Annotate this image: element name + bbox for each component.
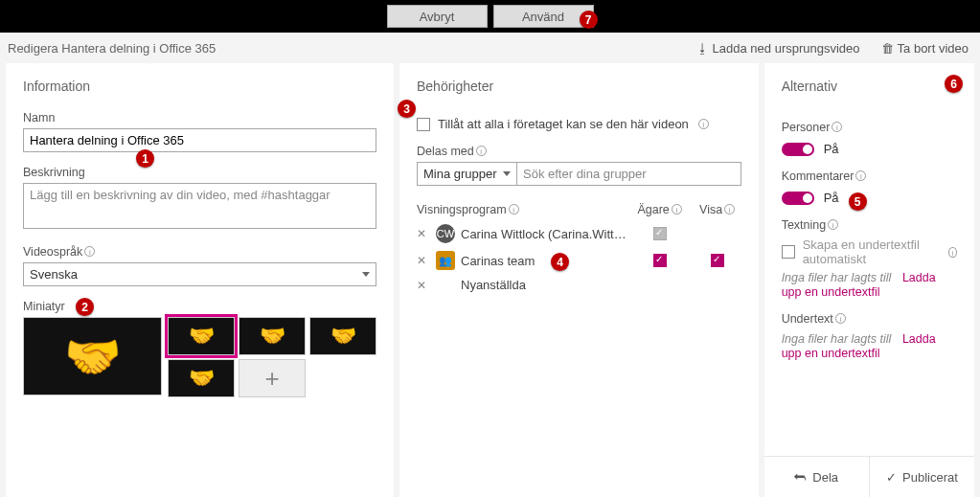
handshake-icon: 🤝 [189,366,215,391]
view-checkbox[interactable] [711,254,724,267]
top-bar: Avbryt Använd 7 [0,0,980,33]
no-files-label: Inga filer har lagts till [782,332,892,346]
check-icon: ✓ [886,470,897,485]
label-thumbnail: Miniatyr 2 [23,300,376,313]
label-comments: Kommentareri [782,169,957,183]
callout-6: 6 [945,75,963,93]
apply-button[interactable]: Använd [493,5,594,28]
label-captions: Textningi [782,218,957,232]
thumbnail-option[interactable]: 🤝 [168,359,235,397]
viewer-row: ✕ CW Carina Wittlock (Carina.Witt… [417,224,741,243]
info-icon: i [476,146,487,156]
info-icon: i [509,204,519,215]
col-owner: Ägarei [627,203,694,216]
panel-information: Information Namn 1 Beskrivning Videosprå… [6,63,394,497]
thumbnail-option[interactable]: 🤝 [168,317,235,355]
viewer-name: Carina Wittlock (Carina.Witt… [461,227,627,241]
callout-1: 1 [136,149,154,168]
owner-checkbox[interactable] [653,254,667,267]
viewer-row: ✕ Nyanställda [417,278,741,292]
share-button[interactable]: ⮪ Dela [764,457,869,497]
col-view: Visai [694,203,741,216]
info-icon: i [698,119,709,129]
info-icon: i [828,219,838,230]
trash-icon: 🗑 [881,41,894,56]
no-files-label: Inga filer har lagts till [782,271,892,284]
plus-icon: + [264,364,279,394]
page-title: Redigera Hantera delning i Office 365 [8,41,216,56]
callout-4: 4 [551,253,569,271]
info-icon: i [835,313,846,324]
thumbnail-add[interactable]: + [239,359,306,397]
footer-actions: ⮪ Dela ✓ Publicerat [764,456,974,497]
description-input[interactable] [23,183,376,229]
group-type-select[interactable]: Mina grupper [417,162,517,186]
remove-viewer-icon[interactable]: ✕ [417,227,430,240]
thumbnail-option[interactable]: 🤝 [239,317,306,355]
info-icon: i [948,247,957,258]
label-people: Personeri [782,121,957,134]
remove-viewer-icon[interactable]: ✕ [417,279,430,292]
label-subtitle: Undertexti [782,312,957,326]
auto-caption-label: Skapa en undertextfil automatiskt [803,237,940,266]
delete-video-link[interactable]: 🗑 Ta bort video [881,41,969,56]
info-icon: i [724,204,735,215]
chevron-down-icon [362,272,370,277]
callout-5: 5 [849,192,867,211]
team-icon: 👥 [436,251,455,270]
comments-toggle[interactable] [782,192,814,205]
viewer-row: ✕ 👥 Carinas team 4 [417,251,741,270]
download-icon: ⭳ [696,41,709,56]
toggle-state: På [824,191,839,205]
info-icon: i [84,246,95,257]
allow-all-label: Tillåt att alla i företaget kan se den h… [438,117,689,131]
people-toggle[interactable] [782,143,814,156]
chevron-down-icon [503,171,511,176]
panel-heading-information: Information [23,79,376,94]
allow-all-checkbox[interactable] [417,118,430,131]
thumbnail-main[interactable]: 🤝 [23,317,162,395]
label-shared-with: Delas medi [417,145,741,158]
remove-viewer-icon[interactable]: ✕ [417,254,430,267]
panel-heading-permissions: Behörigheter [417,79,741,94]
toggle-state: På [824,142,839,156]
callout-7: 7 [580,11,598,29]
handshake-icon: 🤝 [64,329,122,384]
cancel-button[interactable]: Avbryt [387,5,488,28]
handshake-icon: 🤝 [330,324,356,349]
info-icon: i [672,204,682,215]
download-source-link[interactable]: ⭳ Ladda ned ursprungsvideo [696,41,860,56]
owner-checkbox [653,227,667,240]
handshake-icon: 🤝 [260,324,285,349]
handshake-icon: 🤝 [189,324,215,349]
info-icon: i [855,170,866,181]
callout-2: 2 [76,298,94,316]
group-search-input[interactable] [517,162,741,186]
avatar: CW [436,224,455,243]
published-button[interactable]: ✓ Publicerat [869,457,974,497]
auto-caption-checkbox[interactable] [782,245,795,259]
panel-options: Alternativ 6 Personeri På Kommentareri P… [764,63,974,497]
thumbnail-option[interactable]: 🤝 [309,317,376,355]
label-language: Videospråki [23,245,376,259]
thumbnail-row: 🤝 🤝 🤝 🤝 🤝 + [23,317,376,397]
panel-heading-options: Alternativ [782,79,957,94]
panel-permissions: Behörigheter 3 Tillåt att alla i företag… [399,63,759,497]
label-name: Namn [23,111,376,124]
viewer-name: Nyanställda [461,278,627,292]
info-icon: i [832,122,842,132]
label-description: Beskrivning [23,166,376,179]
name-input[interactable] [23,128,376,152]
callout-3: 3 [398,100,416,118]
language-select[interactable]: Svenska [23,262,376,286]
viewer-name: Carinas team [461,254,627,268]
share-icon: ⮪ [794,470,807,485]
toolbar: Redigera Hantera delning i Office 365 ⭳ … [0,33,980,63]
col-viewers: Visningsprogrami [417,203,627,216]
